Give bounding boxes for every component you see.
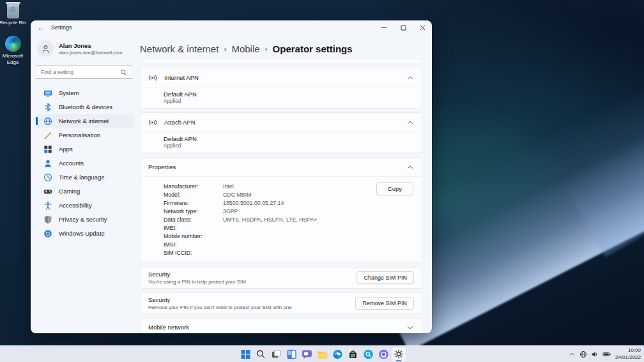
properties-header[interactable]: Properties — [141, 158, 422, 176]
sidebar-item-gaming[interactable]: Gaming — [36, 185, 134, 198]
tray-battery-icon[interactable] — [602, 351, 611, 358]
settings-window: ← Settings Alan Jones — [31, 20, 432, 333]
search-input[interactable] — [41, 69, 120, 75]
sidebar-item-label: Personalisation — [59, 132, 100, 139]
personalisation-icon — [43, 131, 52, 140]
start-taskbar-button[interactable] — [238, 347, 253, 361]
security-title: Security — [148, 296, 292, 303]
internet-apn-header[interactable]: Internet APN — [141, 68, 422, 87]
widgets-taskbar-button[interactable] — [284, 347, 299, 361]
person-icon — [41, 44, 50, 54]
property-value: 18500.5001.00.05.27.14 — [223, 200, 284, 206]
accounts-icon — [43, 159, 52, 168]
clock-date: 24/01/2022 — [615, 354, 641, 361]
edge-taskbar-button[interactable] — [330, 347, 345, 361]
gaming-icon — [43, 187, 52, 196]
property-label: IMEI: — [164, 225, 223, 231]
close-button[interactable] — [413, 20, 432, 34]
back-button[interactable]: ← — [31, 20, 51, 34]
property-row-data-class: Data class:UMTS, HSDPA, HSUPA, LTE, HSPA… — [164, 215, 414, 223]
sidebar-item-time-and-language[interactable]: Time & language — [36, 170, 134, 184]
breadcrumb-network-internet[interactable]: Network & internet — [140, 43, 218, 54]
task-view-taskbar-button[interactable] — [269, 347, 284, 361]
chevron-up-icon[interactable] — [406, 163, 414, 171]
properties-body: Copy Manufacturer:IntelModel:CDC MBIMFir… — [141, 176, 422, 262]
properties-title: Properties — [148, 163, 176, 170]
cortana-taskbar-button[interactable] — [376, 347, 391, 361]
file-explorer-taskbar-button[interactable] — [315, 347, 330, 361]
copy-button[interactable]: Copy — [376, 182, 413, 195]
breadcrumb-separator: › — [265, 44, 268, 54]
sidebar-item-label: Gaming — [59, 188, 80, 195]
property-label: SIM ICCID: — [164, 250, 223, 256]
desktop-icon-microsoft-edge[interactable]: Microsoft Edge — [0, 36, 27, 65]
property-value: CDC MBIM — [223, 192, 251, 198]
sidebar-item-personalisation[interactable]: Personalisation — [36, 128, 134, 142]
property-label: Model: — [164, 192, 223, 198]
taskbar-buttons — [238, 346, 406, 362]
apn-status: Applied — [164, 143, 414, 149]
sidebar-item-privacy-and-security[interactable]: Privacy & security — [36, 213, 134, 226]
minimize-icon — [381, 24, 387, 31]
user-account[interactable]: Alan Jones alan.jones.wm@hotmail.com — [36, 37, 134, 59]
chevron-up-icon[interactable] — [406, 74, 414, 82]
chat-icon — [302, 349, 312, 359]
sidebar-item-label: Time & language — [59, 174, 104, 181]
system-icon — [43, 89, 52, 98]
breadcrumb-mobile[interactable]: Mobile — [231, 43, 259, 54]
tray-network-icon[interactable] — [579, 351, 587, 358]
sidebar-item-windows-update[interactable]: Windows Update — [36, 227, 134, 240]
store-taskbar-button[interactable] — [346, 347, 360, 361]
maximize-button[interactable] — [394, 20, 413, 34]
property-row-firmware: Firmware:18500.5001.00.05.27.14 — [164, 199, 414, 207]
chevron-down-icon[interactable] — [406, 324, 414, 331]
widgets-icon — [286, 349, 296, 359]
mobile-network-card[interactable]: Mobile network — [140, 318, 422, 333]
taskbar-clock[interactable]: 10:00 24/01/2022 — [615, 347, 641, 361]
desktop: ♻ Recycle Bin Microsoft Edge ← Settings — [0, 0, 644, 362]
sidebar-item-system[interactable]: System — [36, 86, 134, 100]
network-icon — [43, 117, 52, 126]
task-view-icon — [272, 349, 281, 359]
sidebar-item-accounts[interactable]: Accounts — [36, 156, 134, 170]
minimize-button[interactable] — [374, 20, 394, 34]
search-app-taskbar-button[interactable] — [361, 347, 376, 361]
apn-name: Default APN — [164, 91, 414, 98]
breadcrumb: Network & internet › Mobile › Operator s… — [140, 34, 422, 59]
settings-taskbar-button[interactable] — [392, 347, 406, 361]
bluetooth-icon — [43, 103, 52, 112]
recycle-bin-icon: ♻ — [7, 4, 19, 19]
close-icon — [420, 25, 425, 31]
security-title: Security — [148, 271, 246, 278]
chevron-up-icon[interactable] — [406, 119, 414, 126]
search-taskbar-button[interactable] — [254, 347, 268, 361]
taskbar: 10:00 24/01/2022 — [0, 345, 644, 362]
sidebar-item-label: Apps — [59, 146, 73, 153]
attach-apn-header[interactable]: Attach APN — [141, 113, 422, 132]
sidebar-item-network-and-internet[interactable]: Network & internet — [36, 114, 134, 128]
tray-chevron-up-icon[interactable] — [569, 351, 576, 358]
desktop-icon-recycle-bin[interactable]: ♻ Recycle Bin — [0, 4, 27, 26]
user-email: alan.jones.wm@hotmail.com — [59, 50, 123, 56]
sidebar-item-bluetooth-and-devices[interactable]: Bluetooth & devices — [36, 100, 134, 114]
search-icon — [256, 349, 266, 359]
internet-apn-default-row[interactable]: Default APN Applied — [141, 87, 422, 108]
remove-sim-pin-button[interactable]: Remove SIM PIN — [355, 297, 414, 310]
property-label: Firmware: — [164, 200, 223, 206]
sidebar-item-label: Accessibility — [59, 202, 92, 209]
privacy-icon — [43, 215, 52, 224]
security-description: Remove your PIN if you don't want to pro… — [148, 305, 292, 310]
tray-volume-icon[interactable] — [591, 351, 599, 358]
change-sim-pin-button[interactable]: Change SIM PIN — [356, 271, 414, 284]
desktop-icon-label: Microsoft Edge — [0, 53, 27, 65]
attach-apn-card: Attach APN Default APN Applied — [140, 112, 422, 153]
sidebar-item-accessibility[interactable]: Accessibility — [36, 199, 134, 212]
system-tray: 10:00 24/01/2022 — [569, 346, 641, 362]
search-icon — [120, 69, 127, 76]
attach-apn-default-row[interactable]: Default APN Applied — [141, 132, 422, 153]
sidebar-item-label: Accounts — [59, 160, 84, 167]
start-icon — [240, 349, 250, 359]
sidebar-item-apps[interactable]: Apps — [36, 142, 134, 156]
sidebar-item-label: System — [59, 89, 79, 96]
chat-taskbar-button[interactable] — [300, 347, 314, 361]
